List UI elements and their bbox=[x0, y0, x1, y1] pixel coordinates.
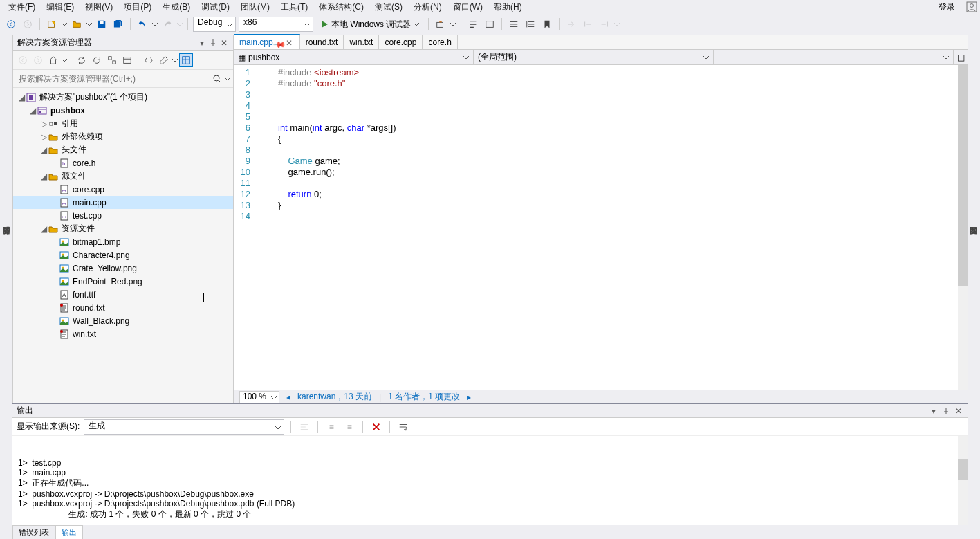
menu-item[interactable]: 调试(D) bbox=[196, 0, 235, 15]
search-icon[interactable] bbox=[212, 74, 222, 84]
tree-node[interactable]: bitmap1.bmp bbox=[13, 235, 233, 248]
clear-icon[interactable] bbox=[369, 420, 383, 434]
output-text[interactable]: 1> test.cpp1> main.cpp1> 正在生成代码...1> pus… bbox=[12, 436, 968, 525]
tree-node[interactable]: win.txt bbox=[13, 327, 233, 340]
code-editor[interactable]: 1234567891011121314 #include <iostream>#… bbox=[234, 65, 968, 390]
caret-icon[interactable]: ◢ bbox=[39, 145, 48, 155]
start-debugging-button[interactable]: 本地 Windows 调试器 bbox=[316, 17, 423, 32]
code-view-icon[interactable] bbox=[142, 53, 156, 67]
dropdown-icon[interactable] bbox=[450, 21, 456, 27]
tree-node[interactable]: ◢源文件 bbox=[13, 170, 233, 183]
tool-tab[interactable]: 团队资源管理器 bbox=[968, 218, 979, 223]
caret-icon[interactable]: ◢ bbox=[39, 224, 48, 234]
prev-icon[interactable]: ≡ bbox=[324, 420, 338, 434]
toolbar-button[interactable] bbox=[466, 17, 480, 31]
dropdown-icon[interactable]: ▾ bbox=[929, 406, 939, 416]
editor-tab[interactable]: core.h bbox=[423, 35, 457, 49]
caret-icon[interactable]: ◢ bbox=[28, 106, 37, 116]
bottom-tab[interactable]: 错误列表 bbox=[12, 525, 55, 539]
close-icon[interactable]: ✕ bbox=[286, 38, 294, 46]
sync-icon[interactable] bbox=[75, 53, 89, 67]
save-all-button[interactable] bbox=[111, 17, 125, 31]
open-file-button[interactable] bbox=[70, 17, 84, 31]
comment-button[interactable] bbox=[507, 17, 521, 31]
caret-icon[interactable]: ◢ bbox=[17, 93, 26, 102]
toolbar-button[interactable] bbox=[483, 17, 497, 31]
menu-item[interactable]: 生成(B) bbox=[157, 0, 196, 15]
split-icon[interactable]: ◫ bbox=[954, 50, 968, 64]
close-icon[interactable]: ✕ bbox=[219, 38, 229, 48]
goto-icon[interactable] bbox=[297, 420, 311, 434]
dropdown-icon[interactable] bbox=[86, 21, 92, 27]
home-icon[interactable] bbox=[46, 53, 60, 67]
author-nav-next[interactable]: ▸ bbox=[467, 392, 471, 402]
tree-node[interactable]: ++core.cpp bbox=[13, 183, 233, 196]
menu-item[interactable]: 项目(P) bbox=[118, 0, 157, 15]
forward-button[interactable] bbox=[21, 17, 35, 31]
tree-node[interactable]: ++main.cpp bbox=[13, 196, 233, 209]
step-button[interactable] bbox=[598, 17, 611, 31]
dropdown-icon[interactable] bbox=[62, 57, 67, 63]
toolbar-button[interactable] bbox=[434, 17, 447, 31]
dropdown-icon[interactable] bbox=[172, 57, 178, 63]
authors-count[interactable]: 1 名作者，1 项更改 bbox=[388, 391, 460, 403]
menu-item[interactable]: 体系结构(C) bbox=[313, 0, 369, 15]
menu-item[interactable]: 编辑(E) bbox=[41, 0, 80, 15]
step-button[interactable] bbox=[581, 17, 595, 31]
scope-select-3[interactable] bbox=[714, 50, 954, 64]
new-project-button[interactable] bbox=[45, 17, 59, 31]
tree-node[interactable]: ▷外部依赖项 bbox=[13, 130, 233, 143]
caret-icon[interactable]: ▷ bbox=[39, 132, 48, 142]
caret-icon[interactable]: ◢ bbox=[39, 172, 48, 181]
menu-item[interactable]: 窗口(W) bbox=[447, 0, 488, 15]
dropdown-icon[interactable] bbox=[62, 21, 67, 27]
menu-item[interactable]: 帮助(H) bbox=[488, 0, 528, 15]
wrap-icon[interactable] bbox=[396, 420, 410, 434]
tree-node[interactable]: ◢头文件 bbox=[13, 143, 233, 156]
bookmark-button[interactable] bbox=[540, 17, 554, 31]
refresh-icon[interactable] bbox=[90, 53, 104, 67]
search-input[interactable] bbox=[16, 72, 212, 86]
editor-tab[interactable]: round.txt bbox=[300, 35, 344, 49]
forward-icon[interactable] bbox=[31, 53, 45, 67]
undo-button[interactable] bbox=[136, 17, 149, 31]
back-icon[interactable] bbox=[16, 53, 30, 67]
tool-tab[interactable]: 服务器资源管理器 bbox=[0, 217, 13, 224]
zoom-select[interactable]: 100 % bbox=[239, 391, 279, 403]
solution-tree[interactable]: ◢解决方案"pushbox"(1 个项目)◢pushbox▷引用▷外部依赖项◢头… bbox=[13, 88, 233, 403]
dropdown-icon[interactable] bbox=[614, 21, 620, 27]
bottom-tab[interactable]: 输出 bbox=[55, 525, 83, 539]
tree-node[interactable]: round.txt bbox=[13, 301, 233, 314]
output-source-select[interactable]: 生成 bbox=[84, 419, 284, 435]
dropdown-icon[interactable] bbox=[177, 21, 183, 27]
vscrollbar[interactable] bbox=[958, 65, 968, 390]
vscrollbar[interactable] bbox=[958, 436, 968, 525]
close-icon[interactable]: ✕ bbox=[954, 406, 963, 416]
tree-node[interactable]: Wall_Black.png bbox=[13, 314, 233, 327]
tree-node[interactable]: Crate_Yellow.png bbox=[13, 262, 233, 275]
editor-tab[interactable]: core.cpp bbox=[379, 35, 423, 49]
view-icon[interactable] bbox=[179, 53, 193, 67]
pin-icon[interactable]: 📌 bbox=[275, 37, 284, 47]
step-button[interactable] bbox=[564, 17, 578, 31]
config-select[interactable]: Debug bbox=[193, 17, 236, 32]
platform-select[interactable]: x86 bbox=[239, 17, 313, 32]
menu-item[interactable]: 视图(V) bbox=[80, 0, 118, 15]
dropdown-icon[interactable]: ▾ bbox=[197, 38, 207, 48]
menu-item[interactable]: 分析(N) bbox=[408, 0, 447, 15]
user-icon[interactable] bbox=[966, 1, 977, 12]
tree-node[interactable]: ◢pushbox bbox=[13, 104, 233, 117]
author-info[interactable]: karentwan，13 天前 bbox=[297, 391, 372, 403]
tree-node[interactable]: ◢资源文件 bbox=[13, 222, 233, 235]
editor-tab[interactable]: win.txt bbox=[344, 35, 379, 49]
tree-node[interactable]: hcore.h bbox=[13, 156, 233, 170]
redo-button[interactable] bbox=[160, 17, 174, 31]
save-button[interactable] bbox=[95, 17, 109, 31]
pin-icon[interactable] bbox=[941, 406, 951, 416]
scope-select-1[interactable]: ▦pushbox bbox=[234, 50, 474, 64]
uncomment-button[interactable] bbox=[524, 17, 537, 31]
menu-item[interactable]: 团队(M) bbox=[235, 0, 275, 15]
menu-item[interactable]: 工具(T) bbox=[275, 0, 313, 15]
menu-item[interactable]: 文件(F) bbox=[3, 0, 41, 15]
pin-icon[interactable] bbox=[208, 38, 218, 48]
